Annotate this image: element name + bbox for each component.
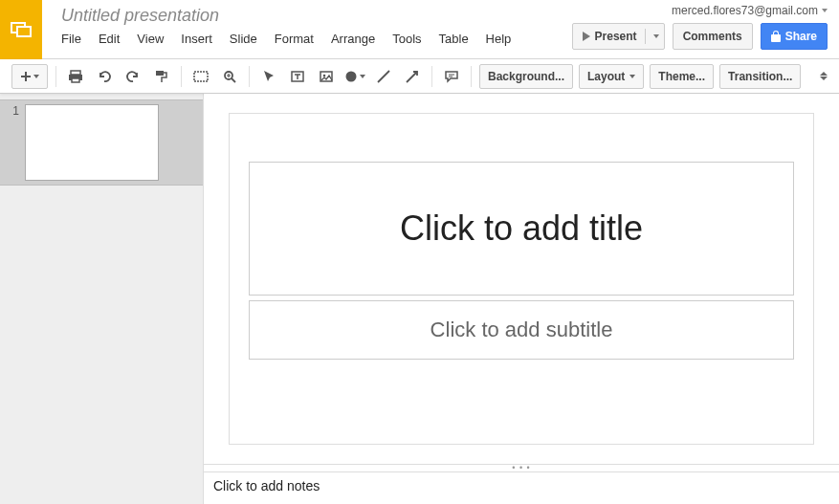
- zoom-button[interactable]: [218, 64, 241, 89]
- slide-number: 1: [8, 104, 19, 118]
- background-button[interactable]: Background...: [479, 64, 573, 89]
- slide-thumbnail-1[interactable]: 1: [0, 99, 203, 186]
- slide: Click to add title Click to add subtitle: [230, 114, 813, 444]
- menu-format[interactable]: Format: [275, 32, 314, 46]
- svg-rect-2: [71, 71, 80, 75]
- svg-rect-5: [156, 71, 164, 76]
- menu-arrange[interactable]: Arrange: [331, 32, 375, 46]
- slides-icon: [10, 18, 33, 41]
- comments-label: Comments: [683, 30, 742, 43]
- layout-label: Layout: [587, 70, 625, 83]
- present-label: Present: [595, 30, 637, 43]
- theme-label: Theme...: [658, 70, 705, 83]
- divider: [55, 66, 56, 87]
- svg-rect-1: [17, 27, 31, 36]
- app-logo: [0, 0, 42, 59]
- transition-button[interactable]: Transition...: [719, 64, 801, 89]
- speaker-notes[interactable]: Click to add notes: [204, 471, 839, 504]
- undo-button[interactable]: [93, 64, 116, 89]
- slide-panel: 1: [0, 94, 204, 504]
- subtitle-textbox[interactable]: Click to add subtitle: [249, 300, 794, 360]
- menu-table[interactable]: Table: [439, 32, 469, 46]
- canvas-stage[interactable]: Click to add title Click to add subtitle: [204, 94, 839, 464]
- menu-insert[interactable]: Insert: [181, 32, 212, 46]
- caret-down-icon: [360, 75, 365, 78]
- new-slide-button[interactable]: [11, 64, 48, 89]
- divider: [471, 66, 472, 87]
- shape-tool[interactable]: [343, 64, 366, 89]
- zoom-fit-button[interactable]: [189, 64, 212, 89]
- svg-rect-4: [72, 78, 79, 82]
- background-label: Background...: [488, 70, 564, 83]
- line-tool[interactable]: [372, 64, 395, 89]
- svg-rect-6: [194, 72, 208, 81]
- toolbar: Background... Layout Theme... Transition…: [0, 59, 839, 94]
- menu-view[interactable]: View: [137, 32, 164, 46]
- theme-button[interactable]: Theme...: [650, 64, 714, 89]
- redo-button[interactable]: [121, 64, 144, 89]
- arrow-tool[interactable]: [401, 64, 424, 89]
- menu-slide[interactable]: Slide: [230, 32, 257, 46]
- caret-down-icon: [33, 75, 39, 78]
- comment-tool[interactable]: [440, 64, 463, 89]
- print-button[interactable]: [64, 64, 87, 89]
- user-email-text: merced.flores73@gmail.com: [672, 4, 818, 17]
- layout-button[interactable]: Layout: [579, 64, 644, 89]
- caret-down-icon: [629, 75, 635, 78]
- divider: [431, 66, 432, 87]
- app-header: Untitled presentation File Edit View Ins…: [0, 0, 839, 59]
- caret-down-icon: [653, 34, 659, 38]
- menu-edit[interactable]: Edit: [99, 32, 120, 46]
- separator: [645, 29, 646, 44]
- menu-file[interactable]: File: [61, 32, 81, 46]
- canvas-area: Click to add title Click to add subtitle…: [204, 94, 839, 504]
- lock-icon: [771, 31, 781, 42]
- workspace: 1 Click to add title Click to add subtit…: [0, 94, 839, 504]
- comments-button[interactable]: Comments: [673, 23, 753, 50]
- notes-splitter[interactable]: • • •: [204, 464, 839, 471]
- collapse-toolbar-button[interactable]: [820, 72, 828, 80]
- chevron-up-icon: [820, 72, 828, 76]
- user-account[interactable]: merced.flores73@gmail.com: [672, 4, 828, 17]
- image-tool[interactable]: [315, 64, 338, 89]
- chevron-down-icon: [820, 77, 828, 80]
- paint-format-button[interactable]: [150, 64, 173, 89]
- play-icon: [583, 32, 590, 41]
- svg-point-11: [346, 71, 357, 81]
- caret-down-icon: [822, 9, 828, 12]
- menu-help[interactable]: Help: [486, 32, 512, 46]
- present-button[interactable]: Present: [572, 23, 665, 50]
- notes-placeholder: Click to add notes: [213, 478, 320, 493]
- subtitle-placeholder: Click to add subtitle: [431, 318, 613, 342]
- textbox-tool[interactable]: [286, 64, 309, 89]
- transition-label: Transition...: [728, 70, 792, 83]
- divider: [249, 66, 250, 87]
- thumbnail-preview: [25, 104, 159, 181]
- share-label: Share: [785, 30, 817, 43]
- select-tool[interactable]: [257, 64, 280, 89]
- svg-point-10: [323, 74, 326, 77]
- menu-tools[interactable]: Tools: [392, 32, 421, 46]
- divider: [181, 66, 182, 87]
- title-placeholder: Click to add title: [400, 208, 643, 249]
- share-button[interactable]: Share: [761, 23, 828, 50]
- title-textbox[interactable]: Click to add title: [249, 162, 794, 296]
